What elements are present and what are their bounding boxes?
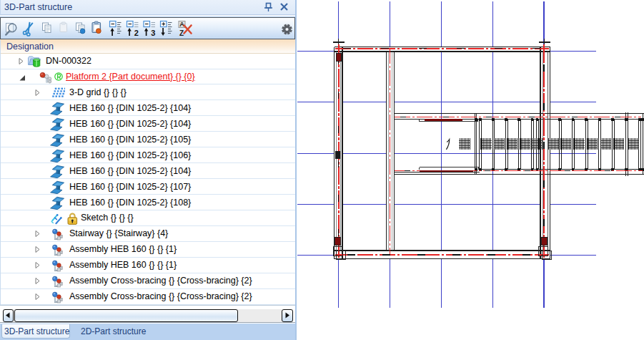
svg-text:2: 2 [134, 29, 139, 37]
svg-text:3: 3 [151, 29, 155, 37]
svg-text:Z: Z [179, 29, 184, 37]
svg-text:A: A [179, 21, 184, 28]
